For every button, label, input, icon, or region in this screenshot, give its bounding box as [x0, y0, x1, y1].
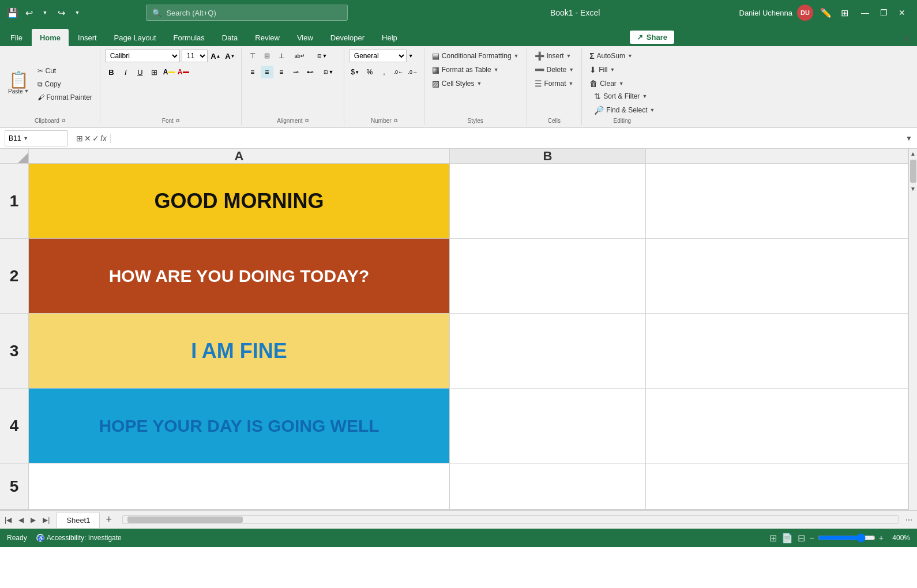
wrap-text-button[interactable]: ab↵: [290, 50, 310, 62]
increase-font-button[interactable]: A▲: [209, 50, 222, 62]
undo-icon[interactable]: ↩: [23, 7, 35, 18]
format-button[interactable]: ☰ Format ▼: [532, 77, 577, 90]
cell-b3[interactable]: [450, 314, 646, 389]
cell-b5[interactable]: [450, 463, 646, 510]
normal-view-button[interactable]: ⊞: [769, 533, 777, 544]
decrease-decimal-button[interactable]: .0←: [392, 66, 405, 78]
copy-button[interactable]: ⧉ Copy: [35, 78, 95, 90]
pen-icon[interactable]: ✏️: [820, 7, 832, 18]
increase-decimal-button[interactable]: .0→: [407, 66, 419, 78]
share-button[interactable]: ↗ Share: [630, 31, 674, 44]
align-bottom-button[interactable]: ⊥: [275, 50, 288, 62]
sheet-nav-first-button[interactable]: |◀: [2, 515, 14, 525]
font-name-selector[interactable]: Calibri: [105, 50, 180, 62]
format-painter-button[interactable]: 🖌 Format Painter: [35, 92, 95, 103]
cell-a1[interactable]: GOOD MORNING: [29, 164, 450, 239]
merge-button[interactable]: ⊟▼: [312, 50, 333, 62]
sort-filter-button[interactable]: ⇅ Sort & Filter ▼: [591, 90, 657, 103]
orientation-button[interactable]: ⊡▼: [318, 66, 339, 78]
formula-more-icon[interactable]: ⊞: [76, 134, 83, 143]
font-size-selector[interactable]: 11: [182, 50, 208, 62]
font-color-button[interactable]: A: [177, 66, 190, 78]
sheet-nav-prev-button[interactable]: ◀: [16, 515, 26, 525]
zoom-range-input[interactable]: [818, 533, 875, 542]
underline-button[interactable]: U: [134, 66, 146, 78]
formula-cancel-icon[interactable]: ✕: [84, 134, 91, 143]
tab-review[interactable]: Review: [247, 29, 288, 46]
tab-help[interactable]: Help: [374, 29, 405, 46]
align-left-button[interactable]: ≡: [246, 66, 259, 78]
alignment-expand-icon[interactable]: ⧉: [305, 118, 309, 124]
formula-confirm-icon[interactable]: ✓: [92, 134, 99, 143]
number-expand-icon[interactable]: ⧉: [394, 118, 397, 124]
percent-button[interactable]: %: [363, 66, 376, 78]
increase-indent-button[interactable]: ⊷: [304, 66, 317, 78]
cell-b2[interactable]: [450, 239, 646, 314]
minimize-button[interactable]: —: [857, 7, 873, 18]
undo-dropdown-icon[interactable]: ▼: [39, 7, 51, 18]
tab-formulas[interactable]: Formulas: [166, 29, 213, 46]
conditional-formatting-button[interactable]: ▤ Conditional Formatting ▼: [429, 50, 522, 62]
page-break-view-button[interactable]: ⊟: [798, 533, 805, 544]
window-mode-icon[interactable]: ⊞: [839, 7, 850, 18]
formula-fx-icon[interactable]: fx: [100, 134, 107, 143]
borders-button[interactable]: ⊞: [148, 66, 161, 78]
decrease-indent-button[interactable]: ⊸: [290, 66, 302, 78]
formula-expand-button[interactable]: ▼: [901, 134, 917, 142]
tab-insert[interactable]: Insert: [70, 29, 105, 46]
scroll-thumb[interactable]: [910, 160, 916, 183]
delete-button[interactable]: ➖ Delete ▼: [532, 63, 577, 76]
cell-a2[interactable]: HOW ARE YOU DOING TODAY?: [29, 239, 450, 314]
format-as-table-button[interactable]: ▦ Format as Table ▼: [429, 63, 502, 76]
restore-button[interactable]: ❐: [875, 7, 892, 18]
cut-button[interactable]: ✂ Cut: [35, 65, 95, 77]
bold-button[interactable]: B: [105, 66, 118, 78]
scroll-down-button[interactable]: ▼: [908, 184, 917, 194]
vertical-scrollbar[interactable]: ▲ ▼: [908, 149, 917, 510]
italic-button[interactable]: I: [119, 66, 132, 78]
sheet-nav-last-button[interactable]: ▶|: [40, 515, 52, 525]
tab-file[interactable]: File: [2, 29, 31, 46]
tab-view[interactable]: View: [289, 29, 321, 46]
redo-icon[interactable]: ↪: [55, 7, 67, 18]
name-box[interactable]: B11 ▼: [5, 130, 68, 146]
formula-input[interactable]: [111, 130, 901, 146]
fill-color-button[interactable]: A: [163, 66, 175, 78]
align-center-button[interactable]: ≡: [261, 66, 273, 78]
sheet-tab-sheet1[interactable]: Sheet1: [57, 512, 100, 528]
clipboard-expand-icon[interactable]: ⧉: [62, 118, 65, 124]
col-header-a[interactable]: A: [29, 149, 450, 163]
cell-a5[interactable]: [29, 463, 450, 510]
align-top-button[interactable]: ⊤: [246, 50, 259, 62]
align-middle-button[interactable]: ⊟: [261, 50, 273, 62]
insert-button[interactable]: ➕ Insert ▼: [532, 50, 574, 62]
autosum-button[interactable]: Σ AutoSum ▼: [587, 50, 636, 62]
sheet-options-button[interactable]: ⋯: [903, 516, 915, 524]
tab-home[interactable]: Home: [32, 29, 69, 46]
horizontal-scrollbar[interactable]: [122, 515, 899, 524]
cell-b1[interactable]: [450, 164, 646, 239]
search-box[interactable]: 🔍 Search (Alt+Q): [146, 5, 348, 21]
name-box-dropdown-icon[interactable]: ▼: [23, 135, 28, 141]
tab-page-layout[interactable]: Page Layout: [106, 29, 164, 46]
cell-a4[interactable]: HOPE YOUR DAY IS GOING WELL: [29, 389, 450, 463]
scroll-up-button[interactable]: ▲: [908, 149, 917, 159]
number-format-selector[interactable]: General: [349, 50, 407, 62]
dollar-button[interactable]: $▼: [349, 66, 362, 78]
col-header-b[interactable]: B: [450, 149, 646, 163]
tab-developer[interactable]: Developer: [322, 29, 373, 46]
h-scroll-thumb[interactable]: [127, 517, 243, 523]
ribbon-collapse-button[interactable]: ∧: [899, 31, 915, 46]
clear-button[interactable]: 🗑 Clear ▼: [587, 77, 627, 90]
add-sheet-button[interactable]: +: [100, 511, 118, 528]
zoom-in-button[interactable]: +: [879, 533, 884, 542]
sheet-nav-next-button[interactable]: ▶: [28, 515, 38, 525]
save-icon[interactable]: 💾: [7, 7, 18, 18]
quick-access-more-icon[interactable]: ▼: [72, 7, 83, 18]
cell-a3[interactable]: I AM FINE: [29, 314, 450, 389]
cell-styles-button[interactable]: ▨ Cell Styles ▼: [429, 77, 485, 90]
close-button[interactable]: ✕: [894, 7, 910, 18]
align-right-button[interactable]: ≡: [275, 66, 288, 78]
find-select-button[interactable]: 🔎 Find & Select ▼: [591, 104, 657, 116]
fill-button[interactable]: ⬇ Fill ▼: [587, 63, 618, 76]
